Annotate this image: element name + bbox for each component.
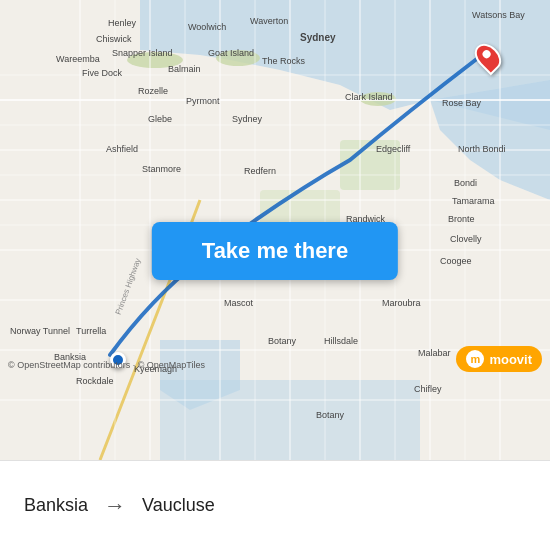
map-area[interactable]: Snapper Island Goat Island Clark Island … <box>0 0 550 460</box>
svg-rect-4 <box>340 140 400 190</box>
svg-point-1 <box>127 52 183 68</box>
destination-label: Vaucluse <box>142 495 215 516</box>
app-container: Snapper Island Goat Island Clark Island … <box>0 0 550 550</box>
route-footer: Banksia → Vaucluse <box>0 460 550 550</box>
origin-label: Banksia <box>24 495 88 516</box>
moovit-m-icon: m <box>466 350 484 368</box>
moovit-logo: m moovit <box>456 346 542 372</box>
arrow-icon: → <box>104 493 126 519</box>
svg-point-2 <box>216 50 260 66</box>
map-attribution: © OpenStreetMap contributors · © OpenMap… <box>8 360 205 370</box>
moovit-text: moovit <box>489 352 532 367</box>
take-me-there-button[interactable]: Take me there <box>152 222 398 280</box>
destination-marker <box>477 42 499 72</box>
